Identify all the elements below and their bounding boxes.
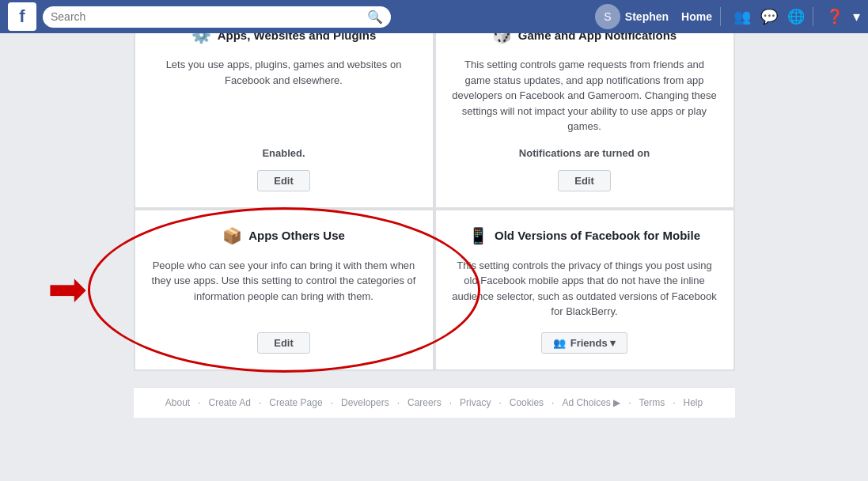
center-content: ⚙️ Apps, Websites and Plugins Lets you u… [0,0,868,418]
edit-button-3[interactable]: Edit [257,332,310,354]
friends-icon[interactable]: 👥 [733,8,751,25]
card-title-4: Old Versions of Facebook for Mobile [495,229,700,242]
header-right: S Stephen Home 👥 💬 🌐 ❓ ▾ [595,4,860,29]
home-link[interactable]: Home [681,10,712,23]
footer-link-developers[interactable]: Developers [341,397,389,408]
footer-link-careers[interactable]: Careers [407,397,442,408]
cards-grid: ⚙️ Apps, Websites and Plugins Lets you u… [134,8,735,371]
card-title-3: Apps Others Use [248,229,345,242]
card-description-4: This setting controls the privacy of thi… [452,258,718,320]
card-game-notifications: 🎲 Game and App Notifications This settin… [435,9,734,208]
username-label: Stephen [625,10,669,23]
edit-button[interactable]: Edit [257,170,310,191]
card-title-row-4: 📱 Old Versions of Facebook for Mobile [468,226,700,245]
friends-button[interactable]: 👥 Friends ▾ [541,332,628,354]
search-bar: 🔍 [43,6,391,28]
mobile-icon: 📱 [468,226,488,245]
card-description-2: This setting controls game requests from… [452,57,718,134]
header-separator-2 [813,7,813,26]
footer: About · Create Ad · Create Page · Develo… [134,387,735,418]
card-description-3: People who can see your info can bring i… [151,258,417,320]
footer-link-terms[interactable]: Terms [639,397,665,408]
arrow-container: ➡ [47,261,87,316]
search-submit-button[interactable]: 🔍 [367,9,383,25]
header: f 🔍 S Stephen Home 👥 💬 🌐 ❓ ▾ [0,0,868,33]
facebook-logo[interactable]: f [8,2,36,31]
avatar: S [595,4,620,29]
card-title-row-3: 📦 Apps Others Use [222,226,345,245]
cards-container: ⚙️ Apps, Websites and Plugins Lets you u… [134,8,735,418]
footer-link-create-ad[interactable]: Create Ad [209,397,251,408]
footer-link-about[interactable]: About [165,397,190,408]
card-apps-websites: ⚙️ Apps, Websites and Plugins Lets you u… [135,9,434,208]
messenger-icon[interactable]: 💬 [760,8,778,25]
friends-label: Friends ▾ [570,337,616,349]
footer-link-ad-choices[interactable]: Ad Choices ▶ [562,397,620,408]
help-icon[interactable]: ❓ [826,8,843,25]
footer-link-help[interactable]: Help [684,397,703,408]
card-description: Lets you use apps, plugins, games and we… [151,57,417,134]
footer-link-create-page[interactable]: Create Page [269,397,322,408]
red-arrow-icon: ➡ [47,261,87,316]
box-icon: 📦 [222,226,242,245]
card-apps-others-use: 📦 Apps Others Use People who can see you… [135,210,434,370]
footer-link-privacy[interactable]: Privacy [460,397,491,408]
edit-button-2[interactable]: Edit [558,170,611,191]
globe-icon[interactable]: 🌐 [787,8,805,25]
search-input[interactable] [51,10,364,23]
card-status-2: Notifications are turned on [519,147,650,159]
card-old-versions: 📱 Old Versions of Facebook for Mobile Th… [435,210,734,370]
friends-icon-btn: 👥 [553,337,566,349]
header-separator [720,7,721,26]
chevron-down-icon[interactable]: ▾ [853,8,860,25]
footer-links: About · Create Ad · Create Page · Develo… [150,397,719,408]
card-status: Enabled. [262,147,305,159]
page-outer: ➡ ⚙️ Apps, Websites and Plugins Lets you… [0,0,868,448]
footer-link-cookies[interactable]: Cookies [510,397,544,408]
